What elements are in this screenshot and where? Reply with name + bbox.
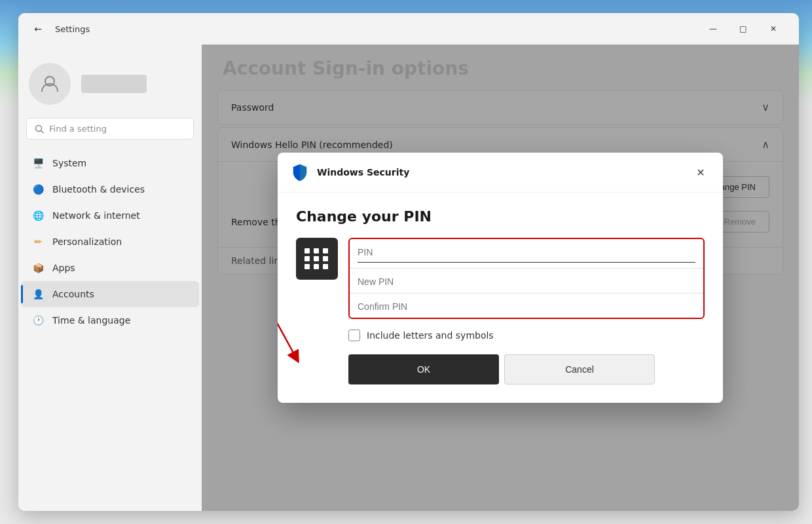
include-letters-label: Include letters and symbols	[367, 330, 494, 341]
sidebar: Find a setting 🖥️ System 🔵 Bluetooth & d…	[18, 45, 202, 511]
sidebar-label-apps: Apps	[52, 263, 75, 273]
modal-heading: Change your PIN	[296, 208, 705, 225]
modal-app-title: Windows Security	[317, 167, 409, 178]
apps-icon: 📦	[31, 261, 45, 274]
pin-confirm-wrapper	[350, 293, 703, 318]
new-pin-input[interactable]	[358, 276, 695, 287]
sidebar-label-time: Time & language	[52, 315, 130, 326]
sidebar-item-system[interactable]: 🖥️ System	[21, 150, 199, 176]
modal-body: Change your PIN	[278, 193, 723, 403]
pin-keypad-icon	[296, 238, 338, 280]
sidebar-label-system: System	[52, 158, 86, 168]
window-controls: — □ ✕	[698, 18, 788, 39]
sidebar-label-accounts: Accounts	[52, 289, 94, 299]
bluetooth-icon: 🔵	[31, 183, 45, 196]
modal-overlay: Windows Security ✕ Change your PIN	[202, 45, 799, 511]
sidebar-item-personalization[interactable]: ✏️ Personalization	[21, 229, 199, 255]
svg-line-3	[278, 322, 296, 358]
content-area: Account Sign-in options Password ∨ Windo…	[202, 45, 799, 511]
search-box[interactable]: Find a setting	[26, 118, 194, 140]
titlebar: ← Settings — □ ✕	[18, 13, 799, 45]
system-icon: 🖥️	[31, 157, 45, 170]
sidebar-label-bluetooth: Bluetooth & devices	[52, 184, 145, 195]
sidebar-item-bluetooth[interactable]: 🔵 Bluetooth & devices	[21, 176, 199, 202]
minimize-button[interactable]: —	[698, 18, 728, 39]
pin-input[interactable]	[358, 247, 695, 257]
modal-header-left: Windows Security	[291, 163, 409, 181]
sidebar-item-apps[interactable]: 📦 Apps	[21, 255, 199, 281]
sidebar-label-network: Network & internet	[52, 210, 140, 221]
change-pin-modal: Windows Security ✕ Change your PIN	[278, 153, 723, 403]
cancel-button[interactable]: Cancel	[504, 354, 655, 384]
close-button[interactable]: ✕	[758, 18, 788, 39]
pin-keypad-dots	[304, 248, 329, 269]
confirm-pin-input[interactable]	[358, 301, 695, 312]
pin-current-wrapper	[350, 239, 703, 269]
modal-footer: OK Cancel	[296, 354, 705, 384]
modal-header: Windows Security ✕	[278, 153, 723, 193]
sidebar-label-personalization: Personalization	[52, 236, 122, 247]
search-icon	[35, 124, 44, 134]
settings-window: ← Settings — □ ✕	[18, 13, 799, 511]
accounts-icon: 👤	[31, 288, 45, 301]
user-name-placeholder	[81, 75, 147, 93]
windows-security-shield-icon	[291, 163, 309, 181]
back-button[interactable]: ←	[29, 20, 47, 38]
include-letters-row: Include letters and symbols	[296, 329, 705, 341]
maximize-button[interactable]: □	[728, 18, 758, 39]
user-section	[18, 55, 202, 118]
main-layout: Find a setting 🖥️ System 🔵 Bluetooth & d…	[18, 45, 799, 511]
sidebar-item-accounts[interactable]: 👤 Accounts	[21, 281, 199, 307]
search-placeholder: Find a setting	[49, 124, 107, 134]
pin-fields-group	[348, 238, 705, 319]
modal-close-button[interactable]: ✕	[692, 163, 710, 181]
network-icon: 🌐	[31, 209, 45, 222]
avatar	[29, 63, 71, 105]
svg-line-2	[41, 130, 44, 133]
time-icon: 🕐	[31, 314, 45, 327]
ok-button[interactable]: OK	[348, 354, 499, 384]
personalization-icon: ✏️	[31, 235, 45, 248]
pin-grid-row	[296, 238, 705, 319]
sidebar-item-network[interactable]: 🌐 Network & internet	[21, 202, 199, 229]
titlebar-left: ← Settings	[29, 20, 90, 38]
sidebar-item-time[interactable]: 🕐 Time & language	[21, 307, 199, 333]
pin-new-wrapper	[350, 269, 703, 293]
window-title: Settings	[55, 24, 90, 34]
include-letters-checkbox[interactable]	[348, 329, 360, 341]
pin-underline	[358, 262, 695, 263]
